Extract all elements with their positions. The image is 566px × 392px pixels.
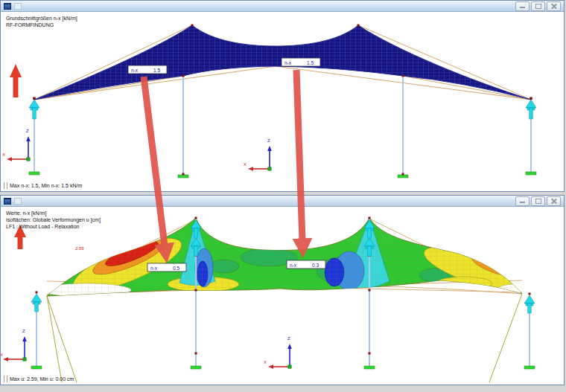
support-pad (191, 366, 201, 369)
minimize-icon (520, 202, 525, 203)
result-label-right[interactable]: n-x 1.5 (282, 58, 320, 66)
result-label-right[interactable]: n-x 0.3 (287, 260, 325, 269)
viewport-window-formfinding: Grundschnittgrößen n-x [kN/m]RF-FORMFIND… (0, 0, 565, 192)
close-button[interactable] (547, 196, 561, 206)
support-pad (178, 175, 188, 178)
force-arrow-cyan (31, 294, 42, 312)
result-label-left[interactable]: n-x 1.5 (128, 65, 167, 74)
status-grip (4, 376, 7, 382)
window-titlebar[interactable] (1, 1, 564, 12)
result-label-value: 0.3 (312, 263, 319, 268)
support-pad (29, 172, 39, 175)
axis-triad-origin: Z X (1, 329, 27, 362)
axis-z-label: Z (26, 129, 29, 133)
contour-membrane (31, 207, 537, 311)
viewport-statusbar: Max n-x: 1.5, Min n-x: 1.5 kN/m (4, 182, 82, 189)
minimize-icon (520, 7, 525, 8)
result-label-name: n-x (131, 68, 139, 73)
result-label-value: 1.5 (307, 60, 314, 65)
application-background: { "axes": { "x": "X", "z": "Z" }, "top_w… (0, 0, 566, 392)
close-button[interactable] (547, 1, 561, 11)
result-info-text: Werte: n-x [kN/m]Isoflächen: Globale Ver… (6, 210, 101, 230)
window-controls (515, 1, 562, 11)
deformation-scene: 2.59 (1, 207, 565, 385)
close-icon (551, 198, 557, 204)
window-icon (4, 3, 11, 10)
status-text: Max u: 2.59, Min u: 0.00 cm (10, 376, 74, 382)
window-secondary-icon (14, 3, 22, 10)
axis-z-label: Z (22, 329, 25, 333)
restore-icon (535, 199, 541, 204)
axis-x-label: X (1, 353, 3, 357)
info-line: Isoflächen: Globale Verformungen u [cm] (6, 216, 101, 223)
axis-x-label: X (264, 360, 267, 364)
axis-z-label: Z (287, 336, 290, 341)
result-info-text: Grundschnittgrößen n-x [kN/m]RF-FORMFIND… (6, 15, 77, 28)
force-arrow-cyan (526, 97, 536, 120)
force-arrow-cyan (29, 97, 39, 120)
support-pad (31, 366, 42, 369)
model-viewport-deformation[interactable]: Werte: n-x [kN/m]Isoflächen: Globale Ver… (1, 207, 564, 385)
restore-button[interactable] (531, 196, 545, 206)
result-label-value: 0.5 (173, 266, 179, 271)
max-deformation-annotation: 2.59 (75, 246, 84, 251)
viewport-window-deformation: Werte: n-x [kN/m]Isoflächen: Globale Ver… (0, 195, 565, 385)
restore-button[interactable] (531, 1, 545, 11)
axis-triad-center: Z X (244, 138, 272, 171)
axis-z-label: Z (267, 138, 270, 143)
result-label-name: n-x (284, 60, 292, 65)
axis-triad-origin: Z X (2, 129, 31, 161)
support-pad (398, 175, 408, 178)
guy-cables (47, 294, 522, 382)
info-pointer-arrow (10, 64, 22, 97)
support-pad (364, 366, 375, 369)
result-label-value: 1.5 (153, 68, 160, 73)
window-titlebar[interactable] (1, 196, 564, 207)
info-line: LF1 : Without Load - Relaxation (6, 223, 101, 230)
status-text: Max n-x: 1.5, Min n-x: 1.5 kN/m (10, 183, 82, 188)
window-secondary-icon (14, 198, 22, 205)
window-icon (4, 198, 11, 205)
result-label-left[interactable]: n-x 0.5 (147, 263, 186, 271)
axis-x-label: X (2, 152, 5, 157)
axis-x-label: X (244, 162, 247, 167)
restore-icon (535, 4, 541, 9)
info-line: Grundschnittgrößen n-x [kN/m] (6, 15, 77, 22)
status-grip (4, 182, 7, 189)
formfinding-scene: Z X Z X n-x 1.5 n-x 1.5 (1, 12, 565, 191)
axis-triad-center: Z X (264, 336, 292, 369)
minimize-button[interactable] (515, 1, 530, 11)
close-icon (551, 3, 557, 9)
model-viewport-formfinding[interactable]: Grundschnittgrößen n-x [kN/m]RF-FORMFIND… (1, 12, 564, 191)
support-pad (524, 366, 535, 369)
result-label-name: n-x (150, 266, 158, 271)
support-pad (526, 172, 536, 175)
force-arrow-cyan (524, 295, 535, 313)
info-line: Werte: n-x [kN/m] (6, 210, 101, 216)
window-controls (515, 196, 562, 206)
result-label-name: n-x (290, 263, 297, 268)
info-line: RF-FORMFINDUNG (6, 22, 77, 28)
minimize-button[interactable] (515, 196, 530, 206)
viewport-statusbar: Max u: 2.59, Min u: 0.00 cm (4, 376, 74, 382)
